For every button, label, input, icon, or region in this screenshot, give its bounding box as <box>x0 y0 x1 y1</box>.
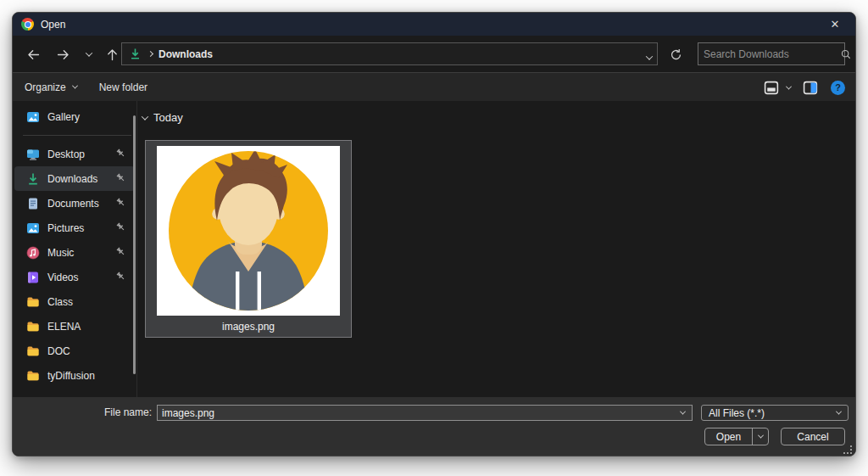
sidebar-item-label: Class <box>47 296 73 308</box>
up-button[interactable] <box>103 45 121 64</box>
file-name-dropdown-button[interactable] <box>681 411 692 415</box>
breadcrumb-folder[interactable]: Downloads <box>159 48 213 60</box>
command-toolbar: Organize New folder ? <box>13 72 855 101</box>
pin-icon <box>115 172 127 184</box>
open-split-button: Open <box>704 428 769 445</box>
forward-button[interactable] <box>53 45 72 64</box>
videos-icon <box>26 271 40 284</box>
group-header-today[interactable]: Today <box>142 111 183 124</box>
navigation-bar: Downloads <box>13 36 855 72</box>
sidebar-item-label: tyDiffusion <box>47 370 95 382</box>
folder-icon <box>26 295 40 309</box>
resize-grip-icon[interactable] <box>843 445 852 454</box>
search-input[interactable] <box>698 48 840 60</box>
sidebar-item-label: ELENA <box>47 321 81 333</box>
dialog-footer: File name: All Files (*.*) Open Cancel <box>13 397 855 456</box>
open-file-dialog: Open ✕ Downloads <box>12 12 856 456</box>
pin-icon <box>115 148 127 160</box>
chevron-down-icon <box>142 113 148 120</box>
thumbnail-view-icon <box>764 81 780 95</box>
main-area: Gallery Desktop Downloads <box>13 101 855 397</box>
file-thumbnail-avatar <box>157 146 340 316</box>
group-label: Today <box>153 111 183 124</box>
open-button[interactable]: Open <box>705 431 752 443</box>
organize-label: Organize <box>25 81 66 93</box>
file-name-input[interactable] <box>158 407 681 419</box>
file-type-select[interactable]: All Files (*.*) <box>701 405 849 421</box>
sidebar-item-label: Documents <box>47 198 99 210</box>
pin-icon <box>115 246 127 258</box>
chevron-down-icon <box>786 83 792 89</box>
pin-icon <box>115 271 127 283</box>
file-tile-selected[interactable]: images.png <box>145 140 352 338</box>
sidebar-divider <box>23 135 131 136</box>
sidebar-item-label: Downloads <box>47 173 97 185</box>
file-list-area[interactable]: Today <box>137 101 855 397</box>
desktop-icon <box>26 148 40 161</box>
pin-icon <box>115 221 127 233</box>
sidebar-item-doc[interactable]: DOC <box>14 339 135 363</box>
address-dropdown-button[interactable] <box>647 51 652 63</box>
folder-icon <box>26 320 40 333</box>
sidebar-item-elena[interactable]: ELENA <box>14 314 135 339</box>
new-folder-button[interactable]: New folder <box>99 81 147 93</box>
preview-pane-icon[interactable] <box>803 81 819 95</box>
new-folder-label: New folder <box>99 81 147 93</box>
address-bar[interactable]: Downloads <box>121 42 658 65</box>
sidebar-item-label: Desktop <box>47 148 85 160</box>
chevron-down-icon <box>72 83 78 89</box>
sidebar-item-label: Music <box>47 247 74 259</box>
sidebar-item-videos[interactable]: Videos <box>14 265 135 289</box>
sidebar-scrollbar[interactable] <box>133 115 136 374</box>
chevron-down-icon <box>836 409 842 415</box>
file-name-caption: images.png <box>222 316 275 337</box>
chevron-right-icon <box>147 51 153 57</box>
sidebar-item-label: DOC <box>47 345 70 357</box>
chevron-down-icon <box>646 53 653 59</box>
chevron-down-icon <box>757 433 763 439</box>
downloads-icon <box>129 48 142 61</box>
documents-icon <box>26 197 40 210</box>
recent-locations-button[interactable] <box>80 45 98 64</box>
chevron-down-icon <box>680 409 686 415</box>
title-bar[interactable]: Open ✕ <box>13 13 855 36</box>
close-icon[interactable]: ✕ <box>823 18 847 31</box>
chevron-down-icon <box>86 49 92 56</box>
sidebar-item-class[interactable]: Class <box>14 289 135 314</box>
cancel-button[interactable]: Cancel <box>781 428 845 445</box>
view-options-button[interactable] <box>764 81 791 95</box>
sidebar-item-label: Videos <box>47 272 78 283</box>
sidebar-item-pictures[interactable]: Pictures <box>14 216 135 240</box>
chrome-icon <box>21 18 34 31</box>
gallery-icon <box>26 110 40 124</box>
refresh-button[interactable] <box>666 45 685 64</box>
music-icon <box>26 246 40 260</box>
file-type-value: All Files (*.*) <box>709 407 765 419</box>
organize-button[interactable]: Organize <box>25 81 77 93</box>
sidebar-item-tydiffusion[interactable]: tyDiffusion <box>14 363 135 388</box>
sidebar-item-music[interactable]: Music <box>14 240 135 265</box>
navigation-pane: Gallery Desktop Downloads <box>13 101 137 397</box>
desktop-background: Open ✕ Downloads <box>0 0 868 476</box>
back-button[interactable] <box>24 45 42 64</box>
search-box <box>698 42 845 65</box>
sidebar-item-desktop[interactable]: Desktop <box>14 142 135 166</box>
window-title: Open <box>41 19 65 31</box>
pictures-icon <box>26 221 40 235</box>
pin-icon <box>115 197 127 209</box>
file-name-label: File name: <box>13 405 152 421</box>
sidebar-item-gallery[interactable]: Gallery <box>14 104 135 129</box>
sidebar-item-label: Gallery <box>47 111 80 123</box>
toolbar-right-group: ? <box>764 73 845 102</box>
search-icon <box>840 48 856 60</box>
sidebar-item-downloads[interactable]: Downloads <box>14 166 135 191</box>
open-dropdown-button[interactable] <box>753 434 768 439</box>
help-icon[interactable]: ? <box>831 81 845 95</box>
folder-icon <box>26 369 40 383</box>
sidebar-item-label: Pictures <box>47 222 84 234</box>
downloads-icon <box>26 172 40 186</box>
sidebar-item-documents[interactable]: Documents <box>14 191 135 216</box>
folder-icon <box>26 344 40 358</box>
file-name-combobox <box>157 405 693 421</box>
